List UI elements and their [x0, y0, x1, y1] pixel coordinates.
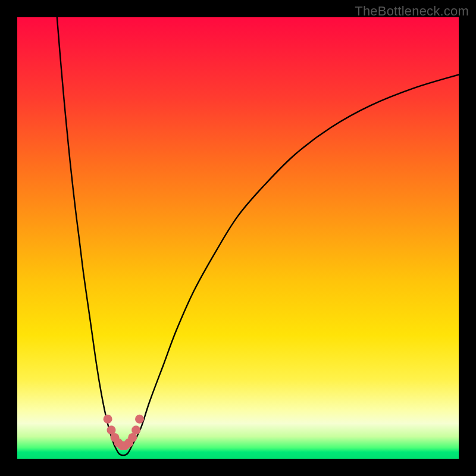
outer-frame: TheBottleneck.com: [0, 0, 476, 476]
watermark-text: TheBottleneck.com: [355, 4, 469, 19]
gradient-plot-area: [17, 17, 459, 459]
